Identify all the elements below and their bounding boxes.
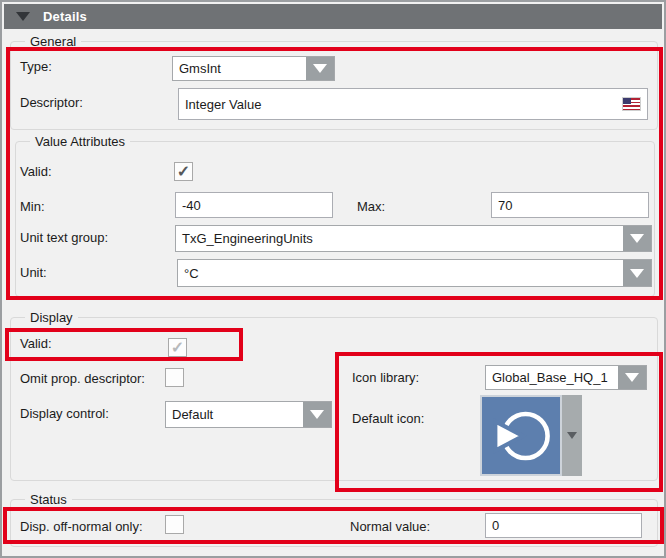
default-icon-picker[interactable] [480, 395, 582, 476]
panel-title: Details [43, 9, 87, 24]
type-combobox[interactable]: GmsInt [172, 56, 335, 81]
unit-label: Unit: [20, 265, 47, 281]
type-label: Type: [20, 59, 52, 75]
value-attributes-group-label: Value Attributes [30, 133, 130, 150]
max-input[interactable] [491, 192, 649, 218]
unit-dropdown-icon[interactable] [623, 260, 651, 286]
details-panel: Details General Value Attributes Display… [0, 0, 666, 558]
display-valid-label: Valid: [20, 336, 52, 352]
unit-text-group-combobox[interactable]: TxG_EngineeringUnits [175, 225, 652, 252]
max-label: Max: [357, 199, 385, 215]
icon-library-dropdown-icon[interactable] [618, 366, 646, 389]
disp-off-normal-only-checkbox[interactable] [165, 515, 184, 534]
display-control-label: Display control: [20, 406, 109, 422]
descriptor-input[interactable] [178, 88, 648, 120]
display-valid-checkbox[interactable] [168, 338, 187, 357]
valid-checkbox[interactable] [174, 162, 193, 181]
icon-library-label: Icon library: [352, 370, 419, 386]
step-into-circle-icon[interactable] [480, 395, 562, 476]
display-group-label: Display [25, 309, 78, 326]
unit-combobox-value: °C [178, 260, 623, 286]
status-group-label: Status [25, 491, 72, 508]
omit-prop-descriptor-label: Omit prop. descriptor: [20, 371, 145, 387]
general-group-label: General [25, 33, 81, 50]
normal-value-input[interactable] [485, 513, 642, 538]
default-icon-label: Default icon: [352, 411, 424, 427]
icon-library-combobox-value: Global_Base_HQ_1 [486, 366, 618, 389]
unit-combobox[interactable]: °C [177, 259, 652, 287]
normal-value-label: Normal value: [350, 519, 430, 535]
icon-library-combobox[interactable]: Global_Base_HQ_1 [485, 365, 647, 390]
disp-off-normal-only-label: Disp. off-normal only: [20, 519, 143, 535]
min-input[interactable] [175, 192, 333, 218]
omit-prop-descriptor-checkbox[interactable] [165, 368, 184, 387]
details-header[interactable]: Details [4, 4, 662, 29]
min-label: Min: [20, 199, 45, 215]
display-control-combobox[interactable]: Default [165, 401, 332, 428]
type-combobox-value: GmsInt [173, 57, 306, 80]
type-combobox-dropdown-icon[interactable] [306, 57, 334, 80]
us-flag-icon [623, 98, 640, 110]
collapse-triangle-icon[interactable] [16, 12, 30, 21]
valid-label: Valid: [20, 164, 52, 180]
display-control-dropdown-icon[interactable] [303, 402, 331, 427]
descriptor-label: Descriptor: [20, 95, 83, 111]
display-control-combobox-value: Default [166, 402, 303, 427]
unit-text-group-dropdown-icon[interactable] [623, 226, 651, 251]
unit-text-group-label: Unit text group: [20, 230, 108, 246]
unit-text-group-combobox-value: TxG_EngineeringUnits [176, 226, 623, 251]
default-icon-dropdown-icon[interactable] [562, 395, 582, 476]
